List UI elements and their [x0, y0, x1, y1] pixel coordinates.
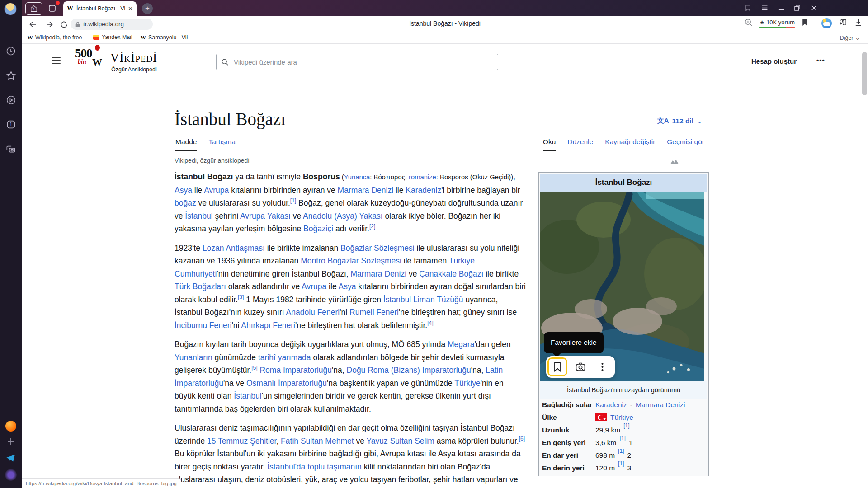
country-link: Türkiye — [610, 413, 633, 422]
site-subtitle: Vikipedi, özgür ansiklopedi — [175, 157, 709, 164]
tab-close-icon[interactable]: ✕ — [128, 5, 133, 12]
infobox-row: En derin yeri 120 m [1]3 — [540, 462, 707, 474]
row-label: En dar yeri — [542, 451, 595, 460]
rating-bar — [760, 27, 795, 28]
camera-search-icon — [575, 361, 586, 372]
music-icon[interactable] — [4, 419, 18, 433]
infobox-row: Bağladığı sular Karadeniz - Marmara Deni… — [540, 399, 707, 411]
wikipedia-wordmark[interactable]: Vİkİpedİ — [110, 51, 157, 65]
image-caption: İstanbul Boğazı'nın uzaydan görünümü — [540, 381, 707, 399]
language-selector-button[interactable]: 文A 112 dil ⌄ — [657, 117, 703, 125]
bookmark-item[interactable]: Yandex Mail — [93, 34, 132, 40]
wikipedia-favicon: W — [67, 5, 73, 12]
infobox: İstanbul Boğazı — [538, 172, 709, 476]
browser-toolbar: tr.wikipedia.org İstanbul Boğazı - Vikip… — [22, 16, 868, 33]
page-title: İstanbul Boğazı — [175, 109, 709, 129]
satellite-image[interactable]: Favorilere ekle — [540, 192, 704, 381]
row-value: 3,6 km[1]1 — [595, 438, 705, 447]
status-bar-url: https://tr.wikipedia.org/wiki/Dosya:Ista… — [22, 478, 181, 488]
row-label: En derin yeri — [542, 464, 595, 473]
browser-sidebar: 1 — [0, 0, 22, 488]
bookmark-label: Samanyolu - Vikip — [148, 34, 188, 41]
row-value: ★ Türkiye — [595, 413, 705, 422]
side-panel-toggle-icon[interactable] — [740, 0, 756, 16]
row-value: 698 m [1]2 — [595, 451, 705, 460]
infobox-row: Ülke ★ Türkiye — [540, 411, 707, 424]
turkey-flag-icon: ★ — [595, 413, 607, 421]
row-label: Ülke — [542, 413, 595, 422]
infobox-rows: Bağladığı sular Karadeniz - Marmara Deni… — [540, 399, 707, 474]
new-window-button[interactable] — [44, 2, 61, 14]
image-search-button[interactable] — [569, 356, 592, 378]
kebab-menu-icon — [601, 362, 604, 371]
row-value: Karadeniz - Marmara Denizi — [595, 400, 705, 409]
bookmarks-star-icon[interactable] — [4, 69, 18, 82]
profile-avatar[interactable] — [4, 3, 17, 15]
focus-highlight — [547, 357, 567, 376]
zoom-search-icon[interactable] — [744, 18, 753, 29]
wikipedia-500bin-logo[interactable]: 500 bin W — [75, 47, 107, 75]
tab-tartisma[interactable]: Tartışma — [208, 138, 235, 151]
bookmarks-more-button[interactable]: Diğer ⌄ — [840, 34, 860, 41]
video-icon[interactable] — [4, 93, 18, 107]
bookmark-flag-icon[interactable] — [801, 18, 808, 28]
bookmarks-bar: W Wikipedia, the free Yandex Mail W Sama… — [22, 33, 868, 44]
tab-duzenle[interactable]: Düzenle — [567, 138, 593, 151]
alice-assistant-icon[interactable] — [4, 468, 18, 482]
history-icon[interactable] — [4, 44, 18, 58]
weather-icon[interactable] — [821, 18, 832, 28]
add-to-favorites-button[interactable] — [546, 356, 569, 378]
bookmark-label: Yandex Mail — [102, 34, 132, 40]
logo-w: W — [92, 56, 102, 68]
bookmark-item[interactable]: W Wikipedia, the free — [27, 34, 85, 41]
logo-red-dot — [95, 45, 100, 51]
browser-tab-active[interactable]: W İstanbul Boğazı - Vikipedi ✕ — [63, 1, 137, 16]
screenshot-icon[interactable] — [4, 142, 18, 155]
row-label: En geniş yeri — [542, 438, 595, 447]
collections-icon[interactable] — [838, 18, 848, 29]
translate-icon: 文A — [657, 117, 669, 125]
telegram-icon[interactable] — [4, 451, 18, 465]
article: İstanbul Boğazı 文A 112 dil ⌄ Madde Tartı… — [175, 109, 709, 488]
article-tabs: Madde Tartışma Oku Düzenle Kaynağı değiş… — [175, 132, 709, 151]
row-label: Uzunluk — [542, 426, 595, 435]
wiki-search-box[interactable] — [216, 54, 498, 70]
tab-oku[interactable]: Oku — [543, 138, 556, 151]
infobox-row: Uzunluk 29,9 km[1] — [540, 424, 707, 436]
bookmark-item[interactable]: W Samanyolu - Vikip — [140, 34, 188, 41]
tab-madde[interactable]: Madde — [175, 138, 197, 151]
tabs-counter-icon[interactable]: 1 — [4, 117, 18, 131]
close-window-icon[interactable] — [806, 0, 822, 16]
chevron-down-icon: ⌄ — [855, 34, 860, 41]
row-value: 120 m [1]3 — [595, 464, 705, 473]
new-tab-button[interactable]: + — [142, 3, 153, 14]
wikipedia-page: 500 bin W Vİkİpedİ Özgür Ansiklopedi Hes… — [22, 44, 868, 488]
minimize-icon[interactable] — [773, 0, 789, 16]
image-more-options-button[interactable] — [592, 356, 612, 378]
rating-text: ★ 10K yorum — [760, 19, 795, 26]
infobox-row: En dar yeri 698 m [1]2 — [540, 449, 707, 462]
tab-title: İstanbul Boğazı - Vikipedi — [76, 5, 125, 12]
browser-window: 1 1 W İstanbul Boğazı - Vikipedi ✕ — [0, 0, 868, 488]
bookmark-label: Wikipedia, the free — [35, 34, 82, 41]
site-rating-widget[interactable]: ★ 10K yorum — [760, 19, 795, 28]
header-overflow-menu[interactable]: ••• — [816, 56, 825, 64]
favorites-tooltip: Favorilere ekle — [544, 332, 604, 353]
infobox-title: İstanbul Boğazı — [540, 174, 707, 192]
image-overlay-toolbar — [546, 356, 615, 378]
browser-menu-icon[interactable] — [756, 0, 773, 16]
tab-kaynagi-degistir[interactable]: Kaynağı değiştir — [605, 138, 655, 151]
page-scrollbar[interactable] — [862, 52, 867, 95]
home-tableau-button[interactable]: 1 — [25, 2, 42, 15]
maximize-icon[interactable] — [789, 0, 805, 16]
infobox-row: En geniş yeri 3,6 km[1]1 — [540, 436, 707, 449]
add-panel-icon[interactable] — [4, 435, 18, 448]
wikipedia-favicon: W — [27, 34, 33, 41]
search-input[interactable] — [233, 58, 493, 66]
tab-gecmisi-gor[interactable]: Geçmişi gör — [667, 138, 704, 151]
more-label: Diğer — [840, 35, 854, 41]
wiki-menu-icon[interactable] — [52, 57, 61, 64]
wikipedia-favicon: W — [140, 34, 146, 41]
downloads-icon[interactable] — [854, 18, 863, 28]
create-account-link[interactable]: Hesap oluştur — [751, 57, 797, 65]
